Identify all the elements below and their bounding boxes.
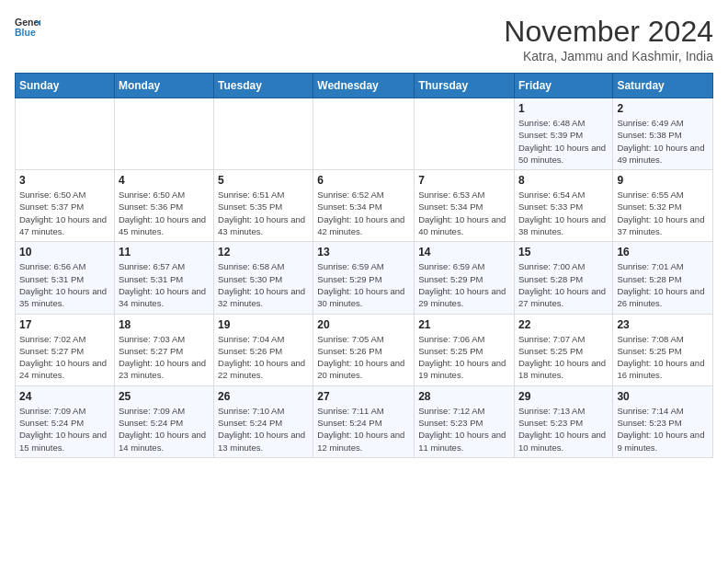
header-friday: Friday [514, 74, 612, 98]
table-cell: 22Sunrise: 7:07 AMSunset: 5:25 PMDayligh… [514, 314, 612, 385]
table-cell [415, 98, 515, 170]
table-cell [16, 98, 115, 170]
table-cell: 17Sunrise: 7:02 AMSunset: 5:27 PMDayligh… [16, 314, 115, 385]
day-number: 17 [19, 318, 110, 331]
day-info: Sunrise: 6:59 AMSunset: 5:29 PMDaylight:… [317, 260, 410, 309]
day-number: 19 [218, 318, 309, 331]
table-cell: 12Sunrise: 6:58 AMSunset: 5:30 PMDayligh… [214, 242, 313, 314]
day-number: 11 [119, 246, 210, 259]
table-cell: 25Sunrise: 7:09 AMSunset: 5:24 PMDayligh… [114, 385, 213, 457]
table-cell: 18Sunrise: 7:03 AMSunset: 5:27 PMDayligh… [114, 314, 213, 385]
table-cell: 14Sunrise: 6:59 AMSunset: 5:29 PMDayligh… [415, 242, 515, 314]
day-number: 27 [317, 390, 410, 403]
day-info: Sunrise: 7:11 AMSunset: 5:24 PMDaylight:… [317, 405, 410, 454]
day-info: Sunrise: 7:05 AMSunset: 5:26 PMDaylight:… [317, 333, 410, 382]
day-info: Sunrise: 6:58 AMSunset: 5:30 PMDaylight:… [218, 260, 309, 309]
table-cell [313, 98, 415, 170]
day-number: 14 [418, 246, 510, 259]
day-number: 20 [317, 318, 410, 331]
day-number: 1 [518, 102, 609, 115]
table-cell: 21Sunrise: 7:06 AMSunset: 5:25 PMDayligh… [415, 314, 515, 385]
table-cell: 28Sunrise: 7:12 AMSunset: 5:23 PMDayligh… [415, 385, 515, 457]
day-info: Sunrise: 7:12 AMSunset: 5:23 PMDaylight:… [418, 405, 510, 454]
table-cell: 20Sunrise: 7:05 AMSunset: 5:26 PMDayligh… [313, 314, 415, 385]
day-info: Sunrise: 7:01 AMSunset: 5:28 PMDaylight:… [617, 260, 709, 309]
day-number: 4 [119, 174, 210, 187]
day-info: Sunrise: 6:57 AMSunset: 5:31 PMDaylight:… [119, 260, 210, 309]
day-info: Sunrise: 7:09 AMSunset: 5:24 PMDaylight:… [119, 405, 210, 454]
table-cell: 4Sunrise: 6:50 AMSunset: 5:36 PMDaylight… [114, 170, 213, 242]
day-info: Sunrise: 6:54 AMSunset: 5:33 PMDaylight:… [518, 189, 609, 237]
table-cell: 13Sunrise: 6:59 AMSunset: 5:29 PMDayligh… [313, 242, 415, 314]
week-row-3: 10Sunrise: 6:56 AMSunset: 5:31 PMDayligh… [16, 242, 713, 314]
weekday-header-row: Sunday Monday Tuesday Wednesday Thursday… [16, 74, 713, 98]
day-info: Sunrise: 7:07 AMSunset: 5:25 PMDaylight:… [518, 333, 609, 382]
day-info: Sunrise: 6:48 AMSunset: 5:39 PMDaylight:… [518, 117, 609, 166]
day-number: 12 [218, 246, 309, 259]
calendar-table: Sunday Monday Tuesday Wednesday Thursday… [15, 73, 713, 458]
day-info: Sunrise: 6:53 AMSunset: 5:34 PMDaylight:… [418, 189, 510, 237]
svg-text:Blue: Blue [15, 27, 36, 38]
day-number: 30 [617, 390, 709, 403]
day-number: 29 [518, 390, 609, 403]
table-cell: 6Sunrise: 6:52 AMSunset: 5:34 PMDaylight… [313, 170, 415, 242]
table-cell: 30Sunrise: 7:14 AMSunset: 5:23 PMDayligh… [613, 385, 713, 457]
day-info: Sunrise: 7:14 AMSunset: 5:23 PMDaylight:… [617, 405, 709, 454]
day-info: Sunrise: 6:55 AMSunset: 5:32 PMDaylight:… [617, 189, 709, 237]
day-number: 13 [317, 246, 410, 259]
header-sunday: Sunday [16, 74, 115, 98]
day-info: Sunrise: 6:56 AMSunset: 5:31 PMDaylight:… [19, 260, 110, 309]
day-info: Sunrise: 6:52 AMSunset: 5:34 PMDaylight:… [317, 189, 410, 237]
day-number: 8 [518, 174, 609, 187]
header-thursday: Thursday [415, 74, 515, 98]
day-info: Sunrise: 7:06 AMSunset: 5:25 PMDaylight:… [418, 333, 510, 382]
logo: General Blue [15, 15, 40, 40]
table-cell: 27Sunrise: 7:11 AMSunset: 5:24 PMDayligh… [313, 385, 415, 457]
calendar-title: November 2024 [504, 15, 713, 49]
week-row-5: 24Sunrise: 7:09 AMSunset: 5:24 PMDayligh… [16, 385, 713, 457]
page-header: General Blue November 2024 Katra, Jammu … [15, 15, 713, 63]
day-number: 22 [518, 318, 609, 331]
week-row-4: 17Sunrise: 7:02 AMSunset: 5:27 PMDayligh… [16, 314, 713, 385]
day-info: Sunrise: 6:51 AMSunset: 5:35 PMDaylight:… [218, 189, 309, 237]
table-cell: 2Sunrise: 6:49 AMSunset: 5:38 PMDaylight… [613, 98, 713, 170]
day-info: Sunrise: 7:08 AMSunset: 5:25 PMDaylight:… [617, 333, 709, 382]
table-cell: 8Sunrise: 6:54 AMSunset: 5:33 PMDaylight… [514, 170, 612, 242]
day-number: 25 [119, 390, 210, 403]
day-number: 26 [218, 390, 309, 403]
table-cell: 3Sunrise: 6:50 AMSunset: 5:37 PMDaylight… [16, 170, 115, 242]
table-cell: 26Sunrise: 7:10 AMSunset: 5:24 PMDayligh… [214, 385, 313, 457]
day-info: Sunrise: 7:10 AMSunset: 5:24 PMDaylight:… [218, 405, 309, 454]
table-cell: 19Sunrise: 7:04 AMSunset: 5:26 PMDayligh… [214, 314, 313, 385]
day-number: 5 [218, 174, 309, 187]
header-wednesday: Wednesday [313, 74, 415, 98]
day-number: 9 [617, 174, 709, 187]
day-info: Sunrise: 6:49 AMSunset: 5:38 PMDaylight:… [617, 117, 709, 166]
day-number: 21 [418, 318, 510, 331]
table-cell: 1Sunrise: 6:48 AMSunset: 5:39 PMDaylight… [514, 98, 612, 170]
table-cell: 11Sunrise: 6:57 AMSunset: 5:31 PMDayligh… [114, 242, 213, 314]
day-info: Sunrise: 6:59 AMSunset: 5:29 PMDaylight:… [418, 260, 510, 309]
table-cell: 7Sunrise: 6:53 AMSunset: 5:34 PMDaylight… [415, 170, 515, 242]
table-cell: 15Sunrise: 7:00 AMSunset: 5:28 PMDayligh… [514, 242, 612, 314]
day-number: 10 [19, 246, 110, 259]
header-saturday: Saturday [613, 74, 713, 98]
day-number: 3 [19, 174, 110, 187]
table-cell: 16Sunrise: 7:01 AMSunset: 5:28 PMDayligh… [613, 242, 713, 314]
day-number: 23 [617, 318, 709, 331]
week-row-1: 1Sunrise: 6:48 AMSunset: 5:39 PMDaylight… [16, 98, 713, 170]
day-number: 6 [317, 174, 410, 187]
day-number: 16 [617, 246, 709, 259]
table-cell: 23Sunrise: 7:08 AMSunset: 5:25 PMDayligh… [613, 314, 713, 385]
day-info: Sunrise: 6:50 AMSunset: 5:36 PMDaylight:… [119, 189, 210, 237]
day-number: 18 [119, 318, 210, 331]
header-tuesday: Tuesday [214, 74, 313, 98]
day-info: Sunrise: 7:09 AMSunset: 5:24 PMDaylight:… [19, 405, 110, 454]
day-number: 28 [418, 390, 510, 403]
table-cell [214, 98, 313, 170]
table-cell [114, 98, 213, 170]
day-info: Sunrise: 7:13 AMSunset: 5:23 PMDaylight:… [518, 405, 609, 454]
table-cell: 29Sunrise: 7:13 AMSunset: 5:23 PMDayligh… [514, 385, 612, 457]
table-cell: 10Sunrise: 6:56 AMSunset: 5:31 PMDayligh… [16, 242, 115, 314]
day-info: Sunrise: 7:02 AMSunset: 5:27 PMDaylight:… [19, 333, 110, 382]
